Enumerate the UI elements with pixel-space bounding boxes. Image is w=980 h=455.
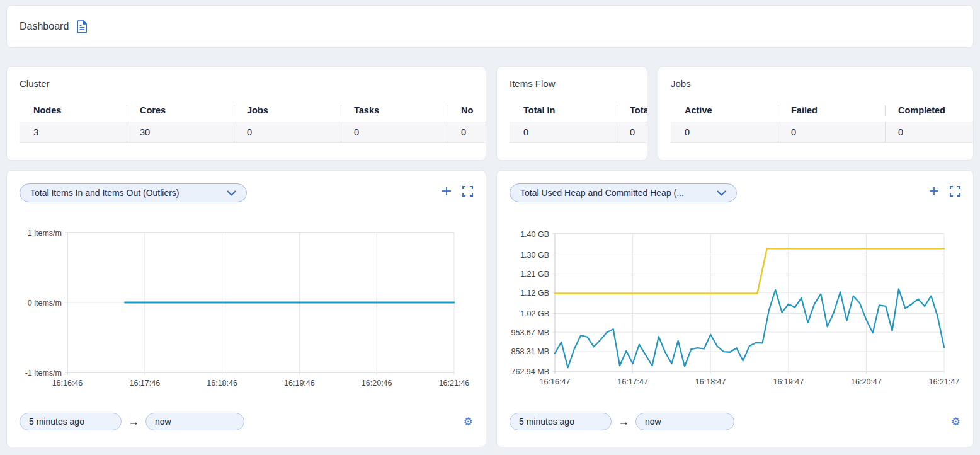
column-value: 3 xyxy=(20,122,127,142)
time-to-input[interactable] xyxy=(145,413,244,430)
column-value: 0 xyxy=(448,122,486,142)
gear-icon[interactable]: ⚙ xyxy=(464,417,473,427)
svg-text:16:18:46: 16:18:46 xyxy=(207,379,237,388)
svg-text:953.67 MB: 953.67 MB xyxy=(511,328,549,337)
items-flow-table: Total In Total Out 0 0 xyxy=(510,105,647,143)
column-header: Cores xyxy=(127,105,234,116)
jobs-table-row: 0 0 0 xyxy=(671,122,973,143)
items-chart-panel: Total Items In and Items Out (Outliers) … xyxy=(6,170,486,447)
expand-icon[interactable] xyxy=(462,186,473,197)
items-in-out-chart[interactable]: 1 items/m0 items/m-1 items/m16:16:4616:1… xyxy=(20,229,474,388)
column-value: 0 xyxy=(617,122,647,142)
column-header: Jobs xyxy=(234,105,341,116)
metric-select[interactable]: Total Items In and Items Out (Outliers) xyxy=(20,183,247,202)
add-chart-button[interactable] xyxy=(928,185,940,197)
heap-chart-panel: Total Used Heap and Committed Heap (... … xyxy=(496,170,974,447)
column-value: 0 xyxy=(234,122,341,142)
time-to-input[interactable] xyxy=(635,413,734,430)
stats-row: Cluster Nodes Cores Jobs Tasks No 3 30 0… xyxy=(6,66,974,161)
column-header: Active xyxy=(671,105,778,116)
svg-text:16:19:46: 16:19:46 xyxy=(284,379,315,388)
svg-text:1 items/m: 1 items/m xyxy=(28,229,62,238)
svg-text:762.94 MB: 762.94 MB xyxy=(511,367,549,376)
svg-text:16:21:47: 16:21:47 xyxy=(929,377,960,386)
jobs-card-title: Jobs xyxy=(671,78,973,89)
jobs-table: Active Failed Completed 0 0 0 xyxy=(671,105,973,143)
column-value: 30 xyxy=(127,122,234,142)
panel-header: Total Used Heap and Committed Heap (... xyxy=(510,183,960,202)
panel-header: Total Items In and Items Out (Outliers) xyxy=(20,183,473,202)
chevron-down-icon xyxy=(227,190,236,196)
expand-icon[interactable] xyxy=(950,186,960,197)
time-from-input[interactable] xyxy=(510,413,612,430)
column-header: Failed xyxy=(778,105,885,116)
svg-text:16:21:46: 16:21:46 xyxy=(439,379,470,388)
column-header: Nodes xyxy=(20,105,127,116)
arrow-right-icon: → xyxy=(128,415,139,429)
svg-text:16:20:47: 16:20:47 xyxy=(851,377,882,386)
svg-text:-1 items/m: -1 items/m xyxy=(25,369,62,377)
metric-select-label: Total Used Heap and Committed Heap (... xyxy=(520,188,684,198)
cluster-table-header: Nodes Cores Jobs Tasks No xyxy=(20,105,486,116)
page-title: Dashboard xyxy=(20,21,69,32)
time-from-input[interactable] xyxy=(20,413,122,430)
heap-usage-chart[interactable]: 1.40 GB1.30 GB1.21 GB1.12 GB1.02 GB953.6… xyxy=(510,229,962,388)
items-flow-table-header: Total In Total Out xyxy=(510,105,647,116)
chevron-down-icon xyxy=(717,190,726,196)
panels-row: Total Items In and Items Out (Outliers) … xyxy=(6,170,974,447)
document-icon[interactable] xyxy=(76,20,88,33)
svg-text:16:17:47: 16:17:47 xyxy=(617,377,648,386)
svg-text:16:16:46: 16:16:46 xyxy=(52,379,83,388)
column-header: Total Out xyxy=(617,105,647,116)
svg-text:16:16:47: 16:16:47 xyxy=(540,377,571,386)
time-range-bar: → ⚙ xyxy=(510,413,960,430)
column-value: 0 xyxy=(671,122,778,142)
column-value: 0 xyxy=(778,122,885,142)
svg-text:16:19:47: 16:19:47 xyxy=(773,377,804,386)
time-range-bar: → ⚙ xyxy=(20,413,473,430)
items-flow-card-title: Items Flow xyxy=(510,78,647,89)
column-value: 0 xyxy=(510,122,617,142)
cluster-table: Nodes Cores Jobs Tasks No 3 30 0 0 0 xyxy=(20,105,486,143)
svg-text:858.31 MB: 858.31 MB xyxy=(511,347,549,356)
gear-icon[interactable]: ⚙ xyxy=(951,417,960,427)
svg-text:16:17:46: 16:17:46 xyxy=(129,379,160,388)
svg-text:1.12 GB: 1.12 GB xyxy=(520,289,549,297)
cluster-card: Cluster Nodes Cores Jobs Tasks No 3 30 0… xyxy=(6,66,486,161)
jobs-table-header: Active Failed Completed xyxy=(671,105,973,116)
column-value: 0 xyxy=(341,122,448,142)
add-chart-button[interactable] xyxy=(441,185,452,197)
column-header: Tasks xyxy=(341,105,448,116)
svg-text:1.02 GB: 1.02 GB xyxy=(520,309,549,318)
svg-text:16:18:47: 16:18:47 xyxy=(695,377,726,386)
cluster-card-title: Cluster xyxy=(20,78,486,89)
column-header: Completed xyxy=(885,105,973,116)
svg-text:0 items/m: 0 items/m xyxy=(28,299,62,308)
arrow-right-icon: → xyxy=(618,415,629,429)
column-header: No xyxy=(448,105,486,116)
jobs-card: Jobs Active Failed Completed 0 0 0 xyxy=(658,66,974,161)
items-flow-card: Items Flow Total In Total Out 0 0 xyxy=(496,66,647,161)
cluster-table-row: 3 30 0 0 0 xyxy=(20,122,486,143)
column-value: 0 xyxy=(885,122,973,142)
svg-text:1.40 GB: 1.40 GB xyxy=(520,230,549,239)
svg-text:16:20:46: 16:20:46 xyxy=(362,379,392,388)
column-header: Total In xyxy=(510,105,617,116)
svg-text:1.30 GB: 1.30 GB xyxy=(520,251,549,260)
metric-select-label: Total Items In and Items Out (Outliers) xyxy=(30,188,179,198)
topbar: Dashboard xyxy=(6,5,974,48)
items-flow-table-row: 0 0 xyxy=(510,122,647,143)
metric-select[interactable]: Total Used Heap and Committed Heap (... xyxy=(510,183,737,202)
svg-text:1.21 GB: 1.21 GB xyxy=(520,270,549,279)
